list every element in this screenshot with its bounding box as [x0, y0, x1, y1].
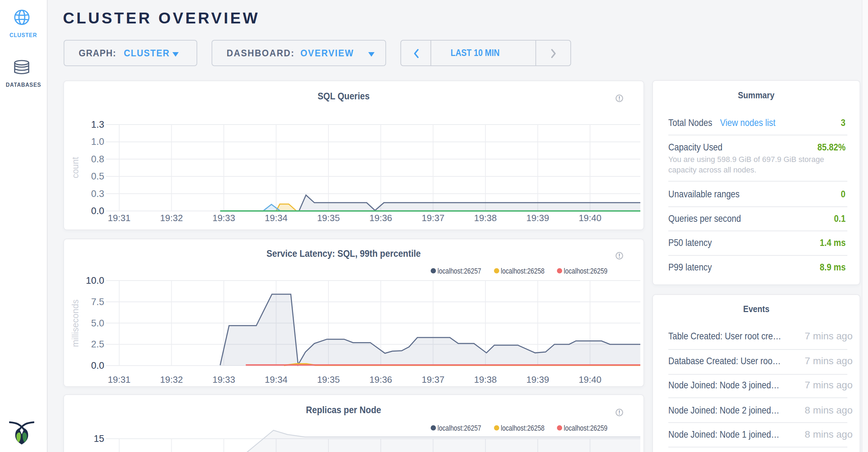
- svg-text:19:35: 19:35: [317, 213, 340, 223]
- svg-text:0.5: 0.5: [91, 171, 104, 182]
- svg-text:19:36: 19:36: [369, 213, 392, 223]
- svg-text:milliseconds: milliseconds: [70, 299, 80, 347]
- svg-text:19:37: 19:37: [422, 213, 444, 223]
- svg-text:0.3: 0.3: [91, 189, 104, 199]
- svg-text:19:32: 19:32: [160, 374, 183, 385]
- svg-text:19:38: 19:38: [474, 374, 497, 385]
- svg-text:19:31: 19:31: [108, 213, 130, 223]
- svg-text:localhost:26257: localhost:26257: [437, 424, 481, 432]
- svg-text:!: !: [618, 253, 620, 259]
- svg-text:!: !: [618, 96, 620, 101]
- svg-text:19:34: 19:34: [265, 374, 287, 385]
- svg-text:0.0: 0.0: [91, 206, 104, 216]
- svg-text:0.0: 0.0: [91, 360, 104, 371]
- svg-text:1.0: 1.0: [91, 136, 104, 147]
- svg-text:19:36: 19:36: [369, 374, 392, 385]
- svg-text:localhost:26259: localhost:26259: [564, 424, 607, 432]
- svg-text:19:31: 19:31: [108, 374, 130, 385]
- svg-text:localhost:26258: localhost:26258: [501, 267, 545, 275]
- svg-text:10.0: 10.0: [86, 275, 104, 286]
- svg-text:19:40: 19:40: [579, 213, 602, 223]
- svg-text:19:33: 19:33: [212, 374, 235, 385]
- svg-text:15: 15: [94, 433, 104, 444]
- svg-text:0.8: 0.8: [91, 154, 104, 164]
- svg-text:19:35: 19:35: [317, 374, 340, 385]
- svg-text:19:33: 19:33: [212, 213, 235, 223]
- svg-text:count: count: [70, 157, 80, 178]
- svg-text:localhost:26258: localhost:26258: [501, 424, 545, 432]
- svg-text:1.3: 1.3: [91, 119, 104, 130]
- svg-text:19:38: 19:38: [474, 213, 497, 223]
- svg-text:!: !: [618, 410, 620, 416]
- svg-text:localhost:26259: localhost:26259: [564, 267, 607, 275]
- svg-text:19:40: 19:40: [579, 374, 602, 385]
- svg-text:7.5: 7.5: [91, 297, 104, 307]
- svg-text:5.0: 5.0: [91, 318, 104, 329]
- svg-text:2.5: 2.5: [91, 339, 104, 349]
- svg-text:19:37: 19:37: [422, 374, 444, 385]
- svg-text:19:32: 19:32: [160, 213, 183, 223]
- svg-text:19:39: 19:39: [526, 374, 549, 385]
- svg-text:19:39: 19:39: [526, 213, 549, 223]
- svg-text:19:34: 19:34: [265, 213, 287, 223]
- svg-text:localhost:26257: localhost:26257: [437, 267, 481, 275]
